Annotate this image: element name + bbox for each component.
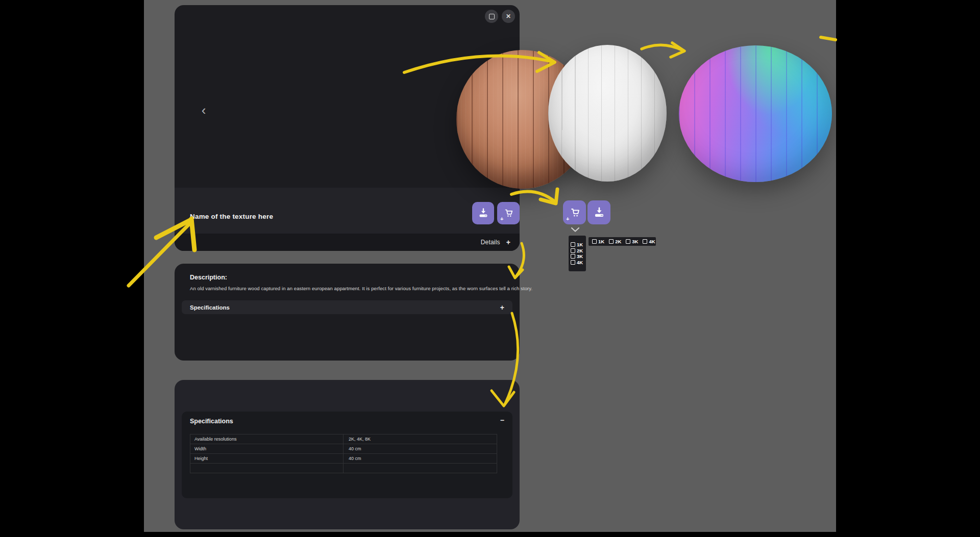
maximize-button[interactable] [485, 10, 498, 23]
plus-badge: + [500, 216, 503, 222]
cart-icon [502, 207, 514, 219]
minus-icon[interactable]: − [500, 417, 504, 424]
specifications-table: Available resolutions 2K, 4K, 8K Width 4… [190, 434, 497, 473]
table-row: Width 40 cm [190, 444, 497, 454]
download-button-detached[interactable] [587, 200, 610, 224]
plus-badge: + [566, 216, 569, 222]
table-row: Available resolutions 2K, 4K, 8K [190, 434, 497, 444]
plus-icon[interactable]: + [500, 304, 504, 311]
checkbox-icon[interactable] [626, 239, 630, 244]
resolution-label: 1K [577, 242, 583, 247]
texture-viewer-card: Details + ✕ ‹ › Name of the texture here [175, 5, 520, 251]
texture-map-sphere-displacement [548, 45, 667, 182]
specifications-row-label: Specifications [190, 304, 230, 311]
texture-name-band [175, 188, 520, 234]
add-to-cart-button[interactable]: + [497, 202, 520, 224]
close-icon: ✕ [506, 13, 511, 19]
download-icon [593, 206, 606, 219]
resolution-label: 2K [615, 239, 621, 244]
resolution-option-2k[interactable]: 2K [571, 248, 586, 253]
design-canvas: Details + ✕ ‹ › Name of the texture here [0, 0, 980, 537]
description-body: An old varnished furniture wood captured… [190, 286, 532, 291]
chevron-left-icon: ‹ [202, 104, 206, 117]
spec-value: 2K, 4K, 8K [344, 437, 497, 442]
resolution-label: 3K [577, 254, 583, 259]
resolution-list-vertical: 1K 2K 3K 4K [569, 236, 586, 271]
table-row [190, 464, 497, 473]
checkbox-icon[interactable] [571, 260, 575, 265]
resolution-option-4k[interactable]: 4K [571, 260, 586, 265]
spec-value: 40 cm [344, 456, 497, 461]
details-label: Details [481, 239, 500, 246]
download-button[interactable] [472, 202, 494, 224]
carousel-prev-button[interactable]: ‹ [198, 102, 209, 118]
specifications-card: Specifications − Available resolutions 2… [175, 380, 520, 529]
resolution-option-3k[interactable]: 3K [571, 254, 586, 259]
close-button[interactable]: ✕ [502, 10, 515, 23]
resolution-label: 1K [598, 239, 604, 244]
spec-value: 40 cm [344, 446, 497, 451]
resolution-option-2k[interactable]: 2K [609, 239, 621, 244]
add-to-cart-button-detached[interactable]: + [563, 200, 586, 224]
cart-icon [568, 206, 581, 219]
plus-icon[interactable]: + [506, 239, 510, 246]
resolution-option-4k[interactable]: 4K [643, 239, 655, 244]
texture-name: Name of the texture here [190, 213, 273, 220]
resolution-label: 4K [649, 239, 655, 244]
resolution-label: 4K [577, 260, 583, 265]
resolution-label: 3K [632, 239, 638, 244]
maximize-icon [489, 14, 495, 19]
details-toggle-bar[interactable]: Details + [175, 234, 520, 251]
specifications-expander-row[interactable]: Specifications + [182, 300, 512, 314]
description-card: Description: An old varnished furniture … [175, 264, 520, 361]
resolution-list-horizontal: 1K 2K 3K 4K [589, 237, 656, 246]
table-row: Height 40 cm [190, 454, 497, 464]
resolution-option-1k[interactable]: 1K [592, 239, 604, 244]
download-icon [477, 207, 489, 219]
specifications-title: Specifications [190, 418, 233, 425]
checkbox-icon[interactable] [571, 242, 575, 247]
checkbox-icon[interactable] [592, 239, 597, 244]
spec-label: Height [190, 454, 344, 463]
checkbox-icon[interactable] [609, 239, 614, 244]
spec-label: Available resolutions [190, 434, 344, 444]
texture-map-sphere-normal [679, 45, 832, 182]
specifications-panel: Specifications − Available resolutions 2… [182, 412, 512, 498]
checkbox-icon[interactable] [643, 239, 647, 244]
chevron-down-icon[interactable] [570, 226, 580, 233]
resolution-option-1k[interactable]: 1K [571, 242, 586, 247]
description-title: Description: [190, 274, 227, 281]
resolution-label: 2K [577, 248, 583, 253]
resolution-option-3k[interactable]: 3K [626, 239, 638, 244]
spec-label: Width [190, 444, 344, 453]
checkbox-icon[interactable] [571, 254, 575, 259]
checkbox-icon[interactable] [571, 248, 575, 253]
spec-label [190, 464, 344, 473]
